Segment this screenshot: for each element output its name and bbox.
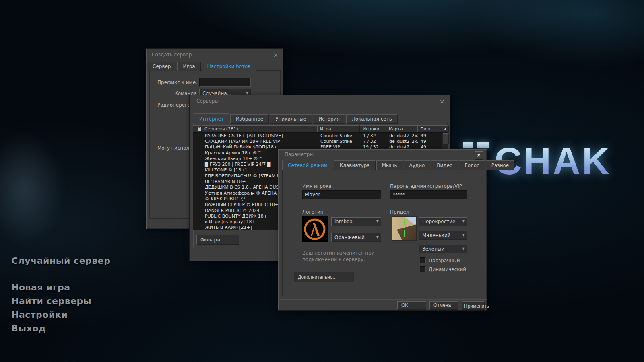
- crosshair-icon: [404, 220, 405, 225]
- filters-button[interactable]: Фильтры: [196, 235, 239, 245]
- create-server-tabs: СерверИграНастройки ботов: [147, 61, 256, 71]
- background-logo-fragment: [477, 142, 489, 148]
- server-row[interactable]: PARADISE_CS 18+ [ALL INCLUSIVE]Counter-S…: [193, 133, 442, 138]
- chevron-down-icon: ▼: [376, 235, 379, 239]
- menu-item-0[interactable]: Случайный сервер: [11, 256, 110, 266]
- close-icon[interactable]: ×: [475, 151, 483, 160]
- close-icon[interactable]: ×: [273, 52, 278, 58]
- logo-label: Логотип: [302, 209, 324, 215]
- lock-icon: [198, 128, 202, 131]
- scrollbar-thumb[interactable]: [443, 133, 449, 144]
- tab-2[interactable]: Уникальные: [270, 114, 312, 124]
- prefix-label: Префикс к име...: [157, 80, 197, 85]
- crosshair-type-dropdown[interactable]: Перекрестие ▼: [419, 217, 467, 226]
- admin-password-label: Пароль администратора/VIP: [390, 183, 462, 189]
- menu-item-2[interactable]: Найти серверы: [11, 296, 110, 306]
- prefix-input[interactable]: [199, 78, 251, 87]
- tab-6[interactable]: Разное: [486, 160, 515, 170]
- tab-1[interactable]: Игра: [177, 62, 200, 71]
- tab-4[interactable]: Локальная сеть: [346, 114, 398, 124]
- logo-model-dropdown[interactable]: lambda ▼: [331, 217, 381, 226]
- tab-0[interactable]: Сервер: [147, 62, 176, 71]
- ping-column-header[interactable]: Пинг: [417, 125, 442, 132]
- logo-note: Ваш логотип изменится при подключении к …: [302, 250, 379, 263]
- tab-3[interactable]: История: [313, 114, 345, 124]
- crosshair-color-dropdown[interactable]: Зеленый ▼: [419, 245, 467, 253]
- menu-item-3[interactable]: Настройки: [11, 310, 110, 320]
- crosshair-label: Прицел: [390, 209, 409, 215]
- map-column-header[interactable]: Карта: [386, 125, 417, 132]
- player-name-label: Имя игрока: [302, 183, 332, 189]
- chevron-down-icon: ▼: [462, 220, 465, 223]
- sort-arrow-icon[interactable]: ▲: [442, 125, 449, 132]
- dynamic-checkbox[interactable]: [420, 266, 426, 272]
- cancel-button[interactable]: Отмена: [429, 301, 458, 310]
- players-column-header[interactable]: Игроки: [360, 125, 386, 132]
- tab-1[interactable]: Избранное: [230, 114, 269, 124]
- radio-label: Радиоперегов: [157, 102, 193, 108]
- tab-4[interactable]: Видео: [431, 160, 458, 170]
- tab-0[interactable]: Сетевой режим: [282, 160, 333, 170]
- create-server-title: Создать сервер: [152, 52, 192, 58]
- server-row[interactable]: СЛАДКИЙ ПАБЛИК 18+ FREE VIPCounter-Strik…: [193, 138, 442, 144]
- crosshair-icon: [408, 228, 415, 228]
- tab-3[interactable]: Аудио: [404, 160, 431, 170]
- translucent-checkbox[interactable]: [420, 257, 426, 263]
- dynamic-label: Динамический: [429, 267, 466, 272]
- tab-5[interactable]: Голос: [459, 160, 485, 170]
- footer-divider: [278, 299, 487, 300]
- chevron-down-icon: ▼: [462, 233, 465, 237]
- chevron-down-icon: ▼: [462, 247, 465, 251]
- tab-1[interactable]: Клавиатура: [334, 160, 376, 170]
- logo-color-dropdown[interactable]: Оранжевый ▼: [331, 233, 381, 242]
- background-smoke: [0, 133, 64, 245]
- servers-title: Серверы: [196, 98, 219, 104]
- crosshair-preview: [392, 216, 417, 241]
- tab-2[interactable]: Настройки ботов: [202, 61, 256, 71]
- apply-button[interactable]: Применить: [462, 301, 485, 310]
- servers-tabs: ИнтернетИзбранноеУникальныеИсторияЛокаль…: [194, 113, 398, 124]
- lock-column-header[interactable]: [193, 125, 202, 132]
- menu-item-4[interactable]: Выход: [11, 323, 110, 333]
- ok-button[interactable]: ОК: [397, 301, 426, 310]
- advanced-button[interactable]: Дополнительно...: [294, 272, 354, 282]
- translucent-label: Прозрачный: [429, 258, 460, 263]
- tab-2[interactable]: Мышь: [376, 160, 403, 170]
- crosshair-icon: [394, 228, 401, 228]
- background-logo-fragment: [463, 142, 473, 148]
- crosshair-size-dropdown[interactable]: Маленький ▼: [419, 231, 467, 240]
- lambda-logo-preview: [302, 216, 328, 242]
- menu-item-1[interactable]: Новая игра: [11, 282, 110, 292]
- game-column-header[interactable]: Игра: [317, 125, 360, 132]
- options-title: Параметры: [285, 152, 314, 157]
- main-menu: Случайный серверНовая играНайти серверыН…: [11, 256, 110, 337]
- options-tabs: Сетевой режимКлавиатураМышьАудиоВидеоГол…: [282, 160, 514, 170]
- player-name-input[interactable]: [302, 190, 381, 199]
- crosshair-icon: [404, 230, 405, 237]
- close-icon[interactable]: ×: [440, 99, 444, 104]
- options-dialog: Параметры × Сетевой режимКлавиатураМышьА…: [278, 149, 487, 311]
- chevron-down-icon: ▼: [376, 220, 379, 223]
- group-divider: [161, 142, 190, 142]
- servers-column-header[interactable]: Серверы (281): [202, 125, 317, 132]
- tab-0[interactable]: Интернет: [194, 113, 229, 124]
- admin-password-input[interactable]: [390, 190, 467, 199]
